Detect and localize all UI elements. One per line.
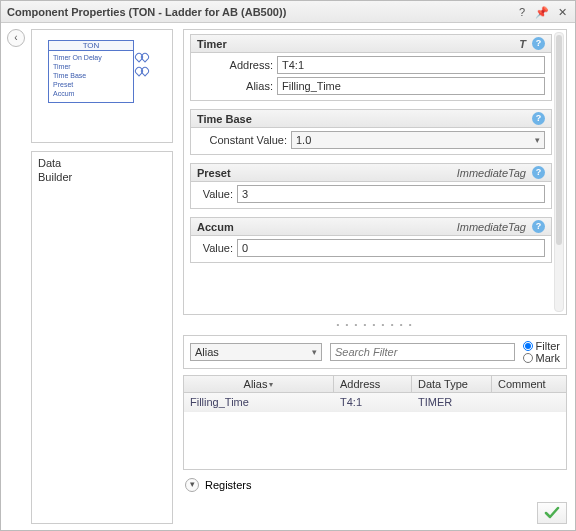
tree-item-data[interactable]: Data [38, 156, 166, 170]
accum-value-label: Value: [197, 242, 235, 254]
component-thumbnail: TON Timer On Delay Timer Time Base Prese… [31, 29, 173, 143]
table-row[interactable]: Filling_Time T4:1 TIMER [184, 393, 566, 412]
thumb-head: TON [49, 41, 133, 51]
port-icon [135, 53, 151, 61]
port-icon [135, 67, 151, 75]
group-timer: Timer T ? Address: Alias: [190, 34, 552, 101]
group-preset: Preset ImmediateTag ? Value: [190, 163, 552, 209]
alias-label: Alias: [197, 80, 275, 92]
col-comment[interactable]: Comment [492, 376, 566, 392]
preset-value-input[interactable] [237, 185, 545, 203]
help-icon[interactable]: ? [532, 37, 545, 50]
tree-item-builder[interactable]: Builder [38, 170, 166, 184]
grid-header: Alias▾ Address Data Type Comment [184, 376, 566, 393]
radio-filter[interactable]: Filter [523, 340, 560, 352]
group-accum: Accum ImmediateTag ? Value: [190, 217, 552, 263]
registers-label[interactable]: Registers [205, 479, 251, 491]
address-input[interactable] [277, 56, 545, 74]
window-title: Component Properties (TON - Ladder for A… [7, 6, 509, 18]
constant-label: Constant Value: [197, 134, 289, 146]
search-input[interactable] [330, 343, 515, 361]
radio-mark[interactable]: Mark [523, 352, 560, 364]
close-icon[interactable]: ✕ [555, 5, 569, 19]
preset-value-label: Value: [197, 188, 235, 200]
chevron-down-icon: ▾ [312, 347, 317, 357]
scrollbar[interactable] [554, 32, 564, 312]
address-label: Address: [197, 59, 275, 71]
left-tree[interactable]: Data Builder [31, 151, 173, 524]
col-datatype[interactable]: Data Type [412, 376, 492, 392]
splitter-icon[interactable]: • • • • • • • • • [183, 321, 567, 329]
help-icon[interactable]: ? [532, 220, 545, 233]
confirm-button[interactable] [537, 502, 567, 524]
help-icon[interactable]: ? [515, 5, 529, 19]
group-timebase: Time Base ? Constant Value: 1.0 ▾ [190, 109, 552, 155]
pin-icon[interactable]: 📌 [535, 5, 549, 19]
col-address[interactable]: Address [334, 376, 412, 392]
expand-registers-button[interactable]: ▾ [185, 478, 199, 492]
title-bar: Component Properties (TON - Ladder for A… [1, 1, 575, 23]
back-button[interactable]: ‹ [7, 29, 25, 47]
constant-value-select[interactable]: 1.0 ▾ [291, 131, 545, 149]
col-alias[interactable]: Alias▾ [184, 376, 334, 392]
alias-input[interactable] [277, 77, 545, 95]
filter-mode-select[interactable]: Alias ▾ [190, 343, 322, 361]
help-icon[interactable]: ? [532, 112, 545, 125]
properties-scroll: Timer T ? Address: Alias: [183, 29, 567, 315]
check-icon [544, 505, 560, 521]
help-icon[interactable]: ? [532, 166, 545, 179]
filter-bar: Alias ▾ Filter Mark [183, 335, 567, 369]
accum-value-input[interactable] [237, 239, 545, 257]
sort-desc-icon: ▾ [269, 380, 273, 389]
chevron-down-icon: ▾ [535, 135, 540, 145]
alias-grid: Alias▾ Address Data Type Comment Filling… [183, 375, 567, 470]
